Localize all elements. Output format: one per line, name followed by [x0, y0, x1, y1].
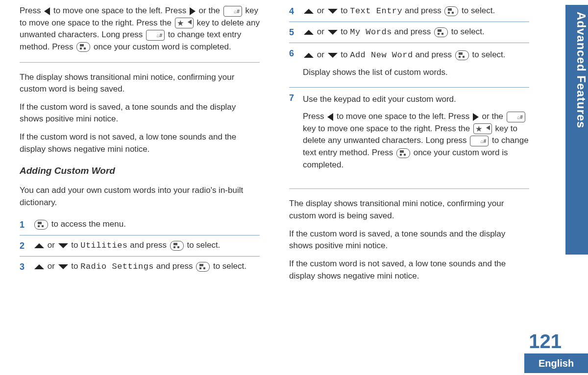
- language-tab: English: [524, 353, 588, 373]
- text: to select.: [462, 6, 495, 15]
- section-description: You can add your own custom words into y…: [20, 185, 260, 209]
- step-number: 7: [289, 92, 303, 176]
- nav-up-icon: [304, 9, 314, 14]
- star-delete-key-icon: ★: [175, 18, 194, 28]
- step: 7 Use the keypad to edit your custom wor…: [289, 87, 529, 180]
- hash-key-icon: ⌂#: [507, 112, 525, 122]
- step-number: 5: [289, 26, 303, 39]
- nav-right-icon: [190, 7, 196, 15]
- text: to: [341, 6, 350, 15]
- step-body: or to Utilities and press to select.: [33, 239, 260, 252]
- text: Press: [303, 112, 326, 121]
- page-content: Press to move one space to the left. Pre…: [0, 0, 588, 288]
- hash-key-icon: ⌂#: [470, 136, 489, 146]
- text: or: [48, 240, 57, 250]
- step-body: or to Radio Settings and press to select…: [33, 260, 260, 273]
- text: and press: [405, 6, 443, 15]
- text: and press: [394, 27, 433, 36]
- text: to move one space to the left. Press: [337, 112, 472, 121]
- result-paragraph: The display shows transitional mini noti…: [20, 71, 260, 95]
- hash-key-icon: ⌂#: [146, 30, 165, 41]
- text: Display shows the list of custom words.: [303, 67, 529, 79]
- text: or: [317, 6, 327, 15]
- nav-left-icon: [327, 113, 333, 121]
- step: 3 or to Radio Settings and press to sele…: [20, 256, 260, 277]
- steps-list: 1 to access the menu. 2 or to Utilities …: [20, 214, 260, 277]
- result-paragraph: If the custom word is not saved, a low t…: [20, 131, 260, 155]
- step: 4 or to Text Entry and press to select.: [289, 5, 529, 22]
- step: 6 or to Add New Word and press to select…: [289, 43, 529, 87]
- step-number: 1: [20, 218, 33, 231]
- text: or: [317, 50, 327, 59]
- nav-down-icon: [328, 9, 338, 14]
- ok-button-icon: [76, 42, 90, 52]
- nav-up-icon: [304, 30, 314, 35]
- ok-button-icon: [434, 27, 448, 37]
- step: 5 or to My Words and press to select.: [289, 22, 529, 43]
- text: and press: [130, 240, 169, 250]
- section-tab: Advanced Features: [565, 5, 588, 255]
- star-delete-key-icon: ★: [473, 123, 492, 134]
- text: to: [341, 50, 350, 59]
- section-heading: Adding Custom Word: [20, 164, 260, 178]
- step-number: 2: [20, 239, 33, 252]
- nav-up-icon: [34, 243, 44, 248]
- step-body: or to Text Entry and press to select.: [303, 5, 529, 18]
- ok-button-icon: [396, 148, 410, 158]
- divider: [289, 188, 529, 189]
- result-paragraph: If the custom word is saved, a tone soun…: [20, 101, 260, 125]
- text: to: [71, 240, 80, 250]
- text: and press: [415, 50, 454, 59]
- ok-button-icon: [170, 241, 184, 251]
- ok-button-icon: [34, 220, 48, 230]
- text: or: [317, 27, 327, 36]
- step-body: Use the keypad to edit your custom word.…: [303, 92, 529, 176]
- nav-down-icon: [328, 30, 338, 35]
- step-body: or to Add New Word and press to select. …: [303, 47, 529, 83]
- text: Press: [20, 6, 43, 15]
- right-column: 4 or to Text Entry and press to select. …: [289, 5, 529, 288]
- text: to access the menu.: [51, 219, 126, 229]
- left-column: Press to move one space to the left. Pre…: [20, 5, 260, 288]
- result-paragraph: If the custom word is saved, a tone soun…: [289, 228, 529, 252]
- step-body: or to My Words and press to select.: [303, 26, 529, 39]
- text: to select.: [451, 27, 485, 36]
- text: to: [71, 261, 80, 271]
- text: to select.: [187, 240, 220, 250]
- step: 1 to access the menu.: [20, 214, 260, 235]
- menu-label: Add New Word: [350, 50, 413, 60]
- nav-up-icon: [34, 264, 44, 269]
- menu-label: My Words: [350, 27, 392, 37]
- nav-left-icon: [44, 7, 50, 15]
- text: or the: [482, 112, 506, 121]
- text: or the: [199, 6, 222, 15]
- text: to select.: [213, 261, 246, 271]
- divider: [20, 62, 260, 63]
- text: to select.: [472, 50, 506, 59]
- menu-label: Utilities: [80, 241, 127, 250]
- text: key to move one space to the right. Pres…: [303, 124, 472, 133]
- nav-down-icon: [328, 53, 338, 58]
- nav-down-icon: [58, 243, 68, 248]
- nav-down-icon: [58, 264, 68, 269]
- menu-label: Text Entry: [350, 6, 402, 16]
- menu-label: Radio Settings: [80, 262, 154, 271]
- steps-list: 4 or to Text Entry and press to select. …: [289, 5, 529, 180]
- result-paragraph: The display shows transitional mini noti…: [289, 198, 529, 222]
- text: and press: [156, 261, 195, 271]
- text: Use the keypad to edit your custom word.: [303, 94, 529, 106]
- page-number: 121: [529, 330, 562, 352]
- step-number: 4: [289, 5, 303, 18]
- step-body: to access the menu.: [33, 218, 260, 231]
- text: or: [48, 261, 57, 271]
- hash-key-icon: ⌂#: [223, 6, 242, 17]
- step: 2 or to Utilities and press to select.: [20, 235, 260, 256]
- text: to: [341, 27, 350, 36]
- ok-button-icon: [444, 6, 458, 16]
- intro-paragraph: Press to move one space to the left. Pre…: [20, 5, 260, 53]
- nav-up-icon: [304, 53, 314, 58]
- step-number: 6: [289, 47, 303, 83]
- text: once your custom word is completed.: [94, 42, 231, 51]
- result-paragraph: If the custom word is not saved, a low t…: [289, 258, 529, 282]
- nav-right-icon: [473, 113, 479, 121]
